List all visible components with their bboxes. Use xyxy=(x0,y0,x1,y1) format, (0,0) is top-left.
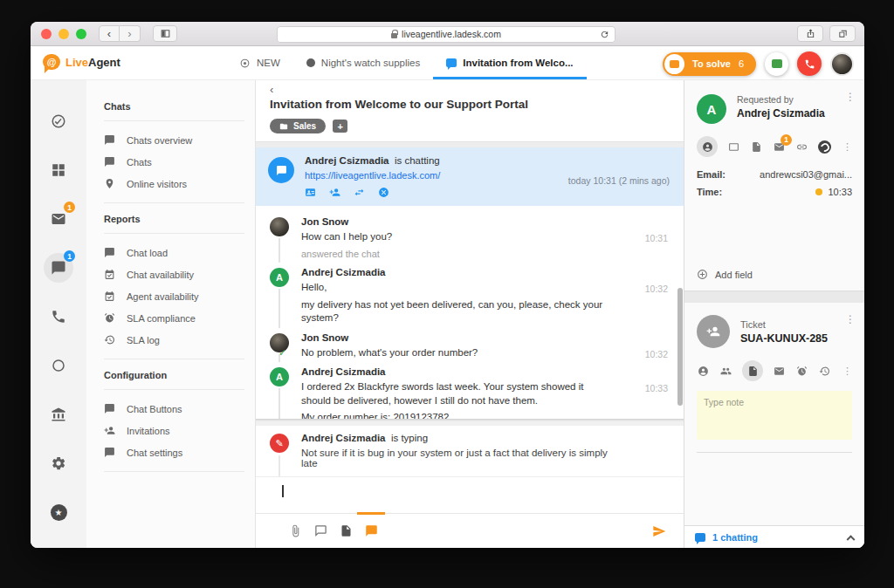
message-avatar: A xyxy=(270,367,289,386)
rail-item-chats[interactable]: 1 xyxy=(44,253,73,283)
requested-by-card: A Requested by Andrej Csizmadia ⋮ 1 ⋮ xyxy=(684,80,864,291)
send-button[interactable] xyxy=(652,524,666,538)
sidebar-toggle-button[interactable] xyxy=(153,25,177,42)
message-text-line: I ordered 2x Blackfyre swords last week.… xyxy=(301,380,614,407)
ticket-card: Ticket SUA-KUNUX-285 ⋮ ⋮ xyxy=(684,303,864,548)
contact-notes-icon[interactable] xyxy=(750,141,763,153)
ticket-notes-icon[interactable] xyxy=(742,360,763,381)
rail-item-rewards[interactable]: ★ xyxy=(44,497,73,527)
rail-item-dashboard[interactable] xyxy=(44,155,73,185)
minimize-window-button[interactable] xyxy=(58,29,69,39)
tab-nights-watch-supplies[interactable]: Night's watch supplies xyxy=(293,46,433,79)
tab-invitation-from-welcome[interactable]: Invitation from Welco... xyxy=(433,46,586,79)
message-time: 10:32 xyxy=(645,284,668,294)
typing-pencil-avatar: ✎ xyxy=(270,434,289,453)
collapse-chevron-icon[interactable] xyxy=(847,535,856,544)
menu-item-sla-log[interactable]: SLA log xyxy=(86,329,255,351)
more-icons-menu[interactable]: ⋮ xyxy=(841,141,854,153)
menu-item-sla-compliance[interactable]: SLA compliance xyxy=(86,307,255,329)
assign-contact-icon[interactable] xyxy=(305,187,316,198)
transfer-chat-icon[interactable] xyxy=(354,187,365,198)
back-chevron-icon[interactable]: ‹ xyxy=(270,85,671,95)
invite-agent-icon[interactable] xyxy=(329,187,340,198)
visitor-status: is chatting xyxy=(395,155,440,166)
zoom-window-button[interactable] xyxy=(76,29,86,39)
menu-item-chat-availability[interactable]: Chat availability xyxy=(86,263,255,285)
tickets-badge: 1 xyxy=(781,134,792,146)
chat-mode-icon[interactable] xyxy=(365,524,378,537)
to-solve-button[interactable]: To solve 6 xyxy=(663,52,756,76)
ticket-sla-icon[interactable] xyxy=(795,366,808,377)
refresh-icon[interactable] xyxy=(600,29,609,40)
rail-item-settings[interactable] xyxy=(44,448,73,478)
message-avatar xyxy=(270,217,289,236)
menu-item-agent-availability[interactable]: Agent availability xyxy=(86,285,255,307)
contact-details-icon[interactable] xyxy=(697,136,718,157)
field-label: Time: xyxy=(697,187,742,197)
message-text-line: ✓No problem, what's your order number? xyxy=(301,346,614,360)
attachment-icon[interactable] xyxy=(289,524,302,537)
menu-item-chats[interactable]: Chats xyxy=(86,151,255,173)
back-button[interactable]: ‹ xyxy=(99,25,120,42)
mail-icon xyxy=(51,211,66,227)
left-menu: Chats Chats overview Chats Online visito… xyxy=(86,80,256,548)
message-text-line: Hello, xyxy=(301,281,614,295)
menu-item-label: SLA log xyxy=(127,335,160,345)
lock-icon xyxy=(391,33,397,38)
menu-item-invitations[interactable]: Invitations xyxy=(86,420,255,441)
url-text: liveagentlive.ladesk.com xyxy=(402,29,501,39)
chat-status-button[interactable] xyxy=(765,52,788,76)
related-links-icon[interactable] xyxy=(795,141,808,153)
check-circle-icon xyxy=(51,113,66,129)
ticket-history-icon[interactable] xyxy=(818,366,831,377)
menu-item-online-visitors[interactable]: Online visitors xyxy=(86,173,255,195)
chatting-footer[interactable]: 1 chatting xyxy=(684,525,864,548)
ticket-note-input[interactable] xyxy=(697,391,852,440)
menu-item-chats-overview[interactable]: Chats overview xyxy=(86,129,255,151)
stop-chat-icon[interactable] xyxy=(378,187,389,198)
agent-avatar[interactable] xyxy=(830,52,854,76)
menu-item-chat-load[interactable]: Chat load xyxy=(86,242,255,263)
department-tag[interactable]: Sales xyxy=(270,119,326,133)
browser-info-icon[interactable] xyxy=(727,141,740,153)
menu-item-chat-settings[interactable]: Chat settings xyxy=(86,441,255,463)
message-time: 10:31 xyxy=(645,233,668,243)
ticket-participants-icon[interactable] xyxy=(719,366,732,377)
phone-button[interactable] xyxy=(797,51,822,76)
delivered-check-icon: ✓ xyxy=(279,346,286,359)
ticket-mail-icon[interactable] xyxy=(773,366,786,377)
browser-logo-icon[interactable] xyxy=(818,140,831,154)
share-button[interactable] xyxy=(797,25,823,42)
phone-icon xyxy=(51,309,66,325)
app-topbar: @ LiveAgent NEW Night's watch supplies I… xyxy=(31,46,864,80)
menu-item-chat-buttons[interactable]: Chat Buttons xyxy=(86,398,255,420)
reply-mode-icon[interactable] xyxy=(314,524,327,537)
add-field-button[interactable]: Add field xyxy=(684,260,864,291)
add-circle-icon xyxy=(697,269,708,280)
ring-icon xyxy=(51,358,66,373)
tab-new[interactable]: NEW xyxy=(226,46,293,79)
note-mode-icon[interactable] xyxy=(340,524,353,537)
rail-item-online[interactable] xyxy=(44,351,73,380)
reply-input[interactable] xyxy=(256,476,684,513)
address-bar[interactable]: liveagentlive.ladesk.com xyxy=(277,26,615,43)
menu-section: Configuration Chat Buttons Invitations C… xyxy=(86,359,255,472)
ticket-menu-icon[interactable]: ⋮ xyxy=(845,313,856,325)
message-scrollbar[interactable] xyxy=(677,288,683,406)
rail-item-calls[interactable] xyxy=(44,302,73,332)
contact-fields: Email:andrewcsi03@gmai...Time:10:33 xyxy=(684,157,864,204)
rail-item-tickets-solved[interactable] xyxy=(44,106,73,136)
contact-tickets-icon[interactable]: 1 xyxy=(773,141,786,153)
chat-bubble-avatar xyxy=(268,157,294,183)
ticket-owner-icon[interactable] xyxy=(697,366,710,377)
message-author: Andrej Csizmadia xyxy=(301,366,614,377)
requester-menu-icon[interactable]: ⋮ xyxy=(845,91,856,103)
close-window-button[interactable] xyxy=(41,29,52,39)
typing-preview: ✎ Andrej Csizmadia is typing Not sure if… xyxy=(256,426,684,476)
add-tag-button[interactable]: + xyxy=(333,120,347,133)
tabs-overview-button[interactable] xyxy=(829,25,856,42)
forward-button[interactable]: › xyxy=(120,25,141,42)
rail-item-mail[interactable]: 1 xyxy=(44,204,73,234)
ticket-more-menu[interactable]: ⋮ xyxy=(841,366,854,377)
rail-item-knowledge-base[interactable] xyxy=(44,400,73,429)
